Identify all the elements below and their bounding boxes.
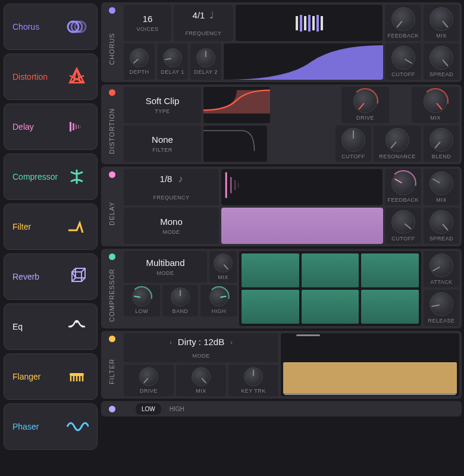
sidebar-item-distortion[interactable]: Distortion [4, 54, 98, 100]
distortion-icon [65, 65, 89, 89]
panel-title: CHORUS [108, 18, 115, 80]
filter-curve-display[interactable] [281, 333, 459, 396]
delay1-knob[interactable] [163, 48, 182, 67]
panel-delay: DELAY 1/8 ♪ FREQUENCY FEEDBACK MIX Mono … [101, 167, 462, 246]
mix-knob[interactable] [429, 171, 453, 195]
resonance-knob[interactable] [385, 128, 409, 152]
note-icon: ♪ [178, 174, 183, 184]
sidebar-item-reverb[interactable]: Reverb [4, 253, 98, 300]
compressor-icon [65, 165, 89, 189]
svg-point-11 [82, 326, 84, 328]
panel-distortion: DISTORTION Soft Clip TYPE DRIVE MIX None [101, 84, 462, 164]
panel-title: FILTER [108, 347, 115, 396]
scrollbar-bottom[interactable] [284, 393, 456, 395]
delay-env-display [221, 208, 383, 244]
depth-knob[interactable] [130, 48, 149, 67]
drive-knob[interactable] [353, 89, 377, 113]
effects-sidebar: Chorus Distortion Delay Compressor Filte… [0, 0, 101, 476]
mode-param[interactable]: Mono MODE [124, 208, 219, 244]
sidebar-item-filter[interactable]: Filter [4, 203, 98, 250]
tab-low[interactable]: LOW [136, 403, 161, 415]
release-knob[interactable] [429, 292, 453, 316]
cutoff-knob[interactable] [391, 46, 415, 70]
panel-compressor: COMPRESSOR Multiband MODE MIX LOW BAND [101, 249, 462, 328]
mix-knob[interactable] [424, 89, 447, 113]
panel-filter: FILTER ‹ Dirty : 12dB › MODE DRIVE MIX K… [101, 331, 462, 399]
panel-title: DISTORTION [108, 101, 115, 162]
sidebar-item-label: Delay [12, 122, 34, 131]
next-arrow-icon[interactable]: › [228, 339, 235, 346]
sidebar-item-label: Filter [12, 222, 31, 231]
keytrk-knob[interactable] [244, 367, 263, 386]
sidebar-item-label: Reverb [12, 272, 39, 281]
scrollbar-top[interactable] [284, 334, 456, 336]
high-knob[interactable] [209, 287, 228, 306]
delay2-knob[interactable] [196, 48, 215, 67]
filter-icon [65, 215, 89, 239]
enable-dot-reverb[interactable] [109, 406, 115, 412]
type-param[interactable]: Soft Clip TYPE [124, 87, 201, 123]
flanger-icon [65, 365, 89, 389]
panel-title: DELAY [108, 183, 115, 244]
effects-main: CHORUS 16 VOICES 4/1 ♩ FREQUENCY FEEDBAC… [101, 0, 464, 476]
sidebar-item-eq[interactable]: Eq [4, 303, 98, 350]
prev-arrow-icon[interactable]: ‹ [167, 339, 174, 346]
distortion-curve-display [203, 87, 270, 123]
sidebar-item-label: Phaser [12, 422, 39, 431]
svg-rect-5 [76, 124, 77, 129]
svg-rect-12 [70, 373, 84, 376]
note-icon: ♩ [209, 10, 214, 21]
panel-chorus: CHORUS 16 VOICES 4/1 ♩ FREQUENCY FEEDBAC… [101, 2, 462, 82]
mix-knob[interactable] [214, 253, 233, 273]
filter-param[interactable]: None FILTER [124, 126, 201, 162]
feedback-knob[interactable] [391, 7, 415, 31]
sidebar-item-label: Chorus [12, 22, 39, 32]
enable-dot-delay[interactable] [109, 171, 115, 178]
enable-dot-compressor[interactable] [109, 253, 115, 260]
svg-point-10 [70, 326, 72, 328]
svg-rect-6 [78, 125, 79, 129]
chorus-curve-display [224, 43, 383, 80]
enable-dot-distortion[interactable] [109, 89, 115, 96]
mix-knob[interactable] [429, 7, 453, 31]
reverb-icon [65, 265, 89, 289]
mode-param[interactable]: Multiband MODE [124, 251, 207, 283]
frequency-param[interactable]: 1/8 ♪ FREQUENCY [124, 169, 219, 205]
mix-knob[interactable] [192, 367, 211, 386]
sidebar-item-compressor[interactable]: Compressor [4, 154, 98, 200]
svg-point-9 [76, 321, 78, 323]
phaser-icon [65, 415, 89, 439]
tab-high[interactable]: HIGH [164, 403, 190, 415]
sidebar-item-delay[interactable]: Delay [4, 104, 98, 150]
sidebar-item-label: Eq [12, 322, 23, 331]
sidebar-item-flanger[interactable]: Flanger [4, 353, 98, 400]
enable-dot-filter[interactable] [109, 336, 115, 342]
spread-knob[interactable] [429, 210, 453, 234]
delay-icon [65, 115, 89, 139]
svg-rect-3 [70, 122, 71, 131]
sidebar-item-label: Flanger [12, 372, 40, 381]
chorus-display [236, 5, 383, 41]
mode-param[interactable]: ‹ Dirty : 12dB › MODE [124, 333, 278, 362]
cutoff-knob[interactable] [391, 210, 415, 234]
frequency-param[interactable]: 4/1 ♩ FREQUENCY [174, 5, 233, 41]
voices-param[interactable]: 16 VOICES [124, 5, 171, 41]
feedback-knob[interactable] [391, 171, 415, 195]
attack-knob[interactable] [429, 253, 453, 277]
sidebar-item-label: Distortion [12, 72, 48, 82]
enable-dot-chorus[interactable] [109, 7, 115, 14]
compressor-bands-display[interactable] [239, 251, 421, 326]
eq-icon [65, 315, 89, 339]
spread-knob[interactable] [429, 46, 453, 70]
band-knob[interactable] [171, 287, 190, 306]
svg-rect-4 [73, 123, 74, 130]
low-knob[interactable] [132, 287, 151, 306]
sidebar-item-chorus[interactable]: Chorus [4, 4, 98, 50]
sidebar-item-phaser[interactable]: Phaser [4, 403, 98, 450]
blend-knob[interactable] [429, 128, 453, 152]
svg-rect-7 [80, 126, 81, 128]
sidebar-item-label: Compressor [12, 172, 58, 181]
chorus-icon [65, 15, 89, 39]
cutoff-knob[interactable] [341, 128, 365, 152]
drive-knob[interactable] [139, 367, 158, 386]
